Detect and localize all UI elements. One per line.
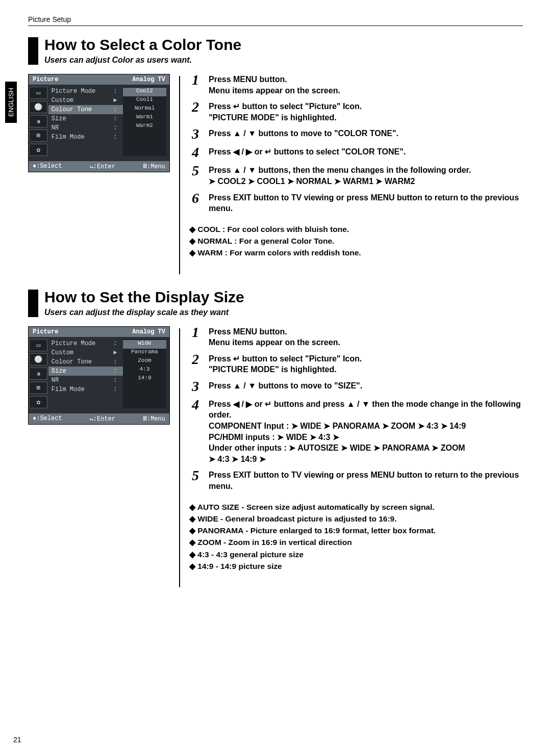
step-number: 3 [189,127,202,141]
instruction-step: 4Press ◀ / ▶ or ↵ buttons and press ▲ / … [189,399,523,465]
osd-sidebar-icon: ✿ [29,396,47,408]
note-line: PANORAMA - Picture enlarged to 16:9 form… [189,525,523,536]
instruction-step: 2Press ↵ button to select "Picture" Icon… [189,101,523,123]
instruction-step: 1Press MENU button.Menu items appear on … [189,74,523,96]
note-line: ZOOM - Zoom in 16:9 in vertical directio… [189,536,523,548]
instruction-step: 6Press EXIT button to TV viewing or pres… [189,192,523,214]
step-number: 1 [189,325,202,348]
osd-row: Custom► [48,96,123,105]
step-text: Press ▲ / ▼ buttons, then the menu chang… [209,165,523,187]
note-line: AUTO SIZE - Screen size adjust automatic… [189,501,523,513]
step-text: Press MENU button.Menu items appear on t… [209,74,523,96]
osd2-footer-enter: ↵:Enter [90,415,115,423]
step-text: Press EXIT button to TV viewing or press… [209,192,523,214]
osd-row: Colour Tone: [48,357,123,367]
osd-sidebar-icon: ⚪ [29,353,47,366]
osd-option: Warm2 [123,122,166,131]
osd-option: 14:9 [123,375,166,383]
instruction-step: 5Press ▲ / ▼ buttons, then the menu chan… [189,165,523,187]
step-number: 4 [189,145,202,160]
osd-option: Zoom [123,357,166,366]
note-line: NORMAL : For a general Color Tone. [189,235,523,247]
osd2-title-right: Analog TV [132,328,165,335]
osd2-footer-menu: Ⅲ:Menu [143,415,165,423]
running-header: Picture Setup [28,15,523,26]
section2-title: How to Set the Display Size [44,290,523,305]
osd-sidebar-icon: ⬗ [29,368,47,380]
step-number: 6 [189,191,202,214]
osd-option: Cool2 [123,88,166,96]
note-line: WARM : For warm colors with reddish tone… [189,247,523,258]
osd-option: Warm1 [123,114,166,122]
osd-sidebar-icon: ▭ [29,339,47,351]
osd-row: Colour Tone: [48,105,123,114]
instruction-step: 5Press EXIT button to TV viewing or pres… [189,470,523,491]
step-text: Press MENU button.Menu items appear on t… [209,326,523,348]
language-tab: ENGLISH [5,82,17,123]
instruction-step: 3Press ▲ / ▼ buttons to move to "SIZE". [189,380,523,394]
note-line: 14:9 - 14:9 picture size [189,560,523,572]
osd1-footer-enter: ↵:Enter [90,163,115,170]
osd-row: Film Mode: [48,133,123,142]
step-number: 3 [189,379,202,394]
instruction-step: 1Press MENU button.Menu items appear on … [189,326,523,348]
instruction-step: 3Press ▲ / ▼ buttons to move to "COLOR T… [189,128,523,141]
osd-sidebar-icon: ⬗ [29,115,47,127]
step-text: Press ◀ / ▶ or ↵ buttons and press ▲ / ▼… [209,399,523,465]
osd-sidebar-icon: ⚪ [29,101,47,113]
osd-row: Picture Mode: [48,87,123,96]
osd-row: NR: [48,376,123,385]
step-text: Press ▲ / ▼ buttons to move to "COLOR TO… [209,128,523,141]
note-line: COOL : For cool colors with bluish tone. [189,223,523,235]
osd-sidebar-icon: ✿ [29,144,47,156]
osd-row: NR: [48,123,123,133]
step-text: Press ↵ button to select "Picture" Icon.… [209,101,523,123]
osd-screenshot-2: Picture Analog TV ▭⚪⬗⊞✿ Picture Mode:Cus… [28,326,170,572]
step-number: 4 [189,398,202,465]
vertical-divider [179,328,180,588]
osd-option: 4:3 [123,366,166,375]
osd-sidebar-icon: ⊞ [29,129,47,142]
osd-option: Cool1 [123,96,166,105]
note-line: WIDE - General broadcast picture is adju… [189,513,523,525]
step-number: 2 [189,100,202,123]
osd-screenshot-1: Picture Analog TV ▭⚪⬗⊞✿ Picture Mode:Cus… [28,74,170,259]
instruction-step: 2Press ↵ button to select "Picture" Icon… [189,353,523,375]
osd-row: Film Mode: [48,385,123,394]
section1-subtitle: Users can adjust Color as users want. [44,56,523,65]
step-number: 5 [189,164,202,187]
osd2-footer-select: ♦:Select [33,415,62,423]
osd2-title-left: Picture [33,328,58,335]
step-number: 5 [189,468,202,491]
step-number: 1 [189,73,202,96]
osd-row: Custom► [48,348,123,357]
instruction-step: 4Press ◀ / ▶ or ↵ buttons to select "COL… [189,146,523,160]
osd-option: Normal [123,105,166,114]
osd-row: Size: [48,367,123,376]
section2-subtitle: Users can adjust the display scale as th… [44,308,523,317]
osd-row: Size: [48,114,123,123]
osd-sidebar-icon: ▭ [29,87,47,99]
note-line: 4:3 - 4:3 general picture size [189,549,523,560]
step-text: Press ▲ / ▼ buttons to move to "SIZE". [209,380,523,394]
osd-option: Wide [123,340,166,349]
osd1-title-left: Picture [33,76,58,83]
step-text: Press EXIT button to TV viewing or press… [209,470,523,491]
vertical-divider [179,76,180,274]
page-number: 21 [13,736,21,744]
osd-row: Picture Mode: [48,339,123,348]
step-text: Press ◀ / ▶ or ↵ buttons to select "COLO… [209,146,523,160]
section1-title: How to Select a Color Tone [44,37,523,53]
osd1-title-right: Analog TV [132,76,165,83]
osd1-footer-menu: Ⅲ:Menu [143,163,165,170]
osd1-footer-select: ♦:Select [33,163,62,170]
osd-option: Panorama [123,349,166,357]
step-number: 2 [189,352,202,375]
step-text: Press ↵ button to select "Picture" Icon.… [209,353,523,375]
osd-sidebar-icon: ⊞ [29,382,47,394]
